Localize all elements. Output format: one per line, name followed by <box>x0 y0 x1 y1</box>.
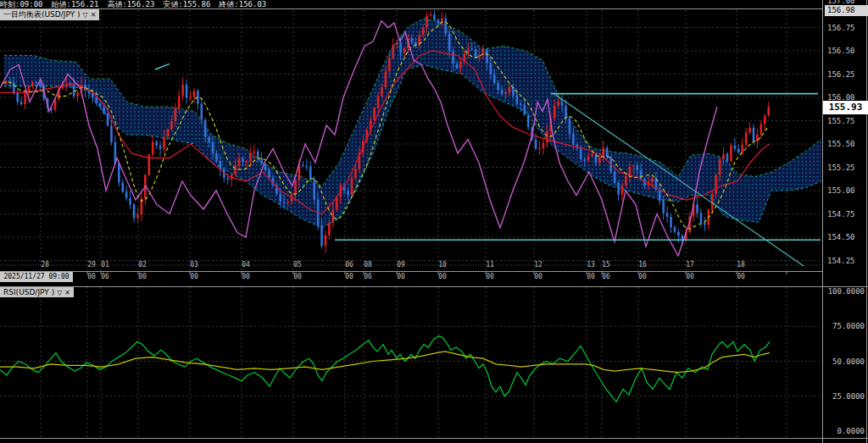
chart-canvas[interactable] <box>0 0 868 443</box>
current-price-marker: 155.93 <box>823 101 868 114</box>
day-axis-label: 03 <box>186 261 203 269</box>
price-tick-label: 154.50 <box>827 233 855 241</box>
info-time: 時刻:09:00 <box>0 0 43 8</box>
rsi-tick-label: 25.0000 <box>826 392 865 401</box>
day-axis-label: 13 <box>582 261 599 269</box>
time-axis-label: 06 <box>359 273 376 280</box>
day-axis-label: 08 <box>359 261 376 269</box>
day-axis-label: 01 <box>97 261 114 269</box>
time-axis-label: 00 <box>134 273 151 280</box>
day-axis-label: 17 <box>682 261 698 269</box>
price-tick-label: 155.75 <box>827 117 855 125</box>
time-axis-label: 00 <box>481 273 498 280</box>
day-axis-label: 06 <box>341 261 358 269</box>
main-chart-plot-area[interactable] <box>0 9 822 271</box>
price-tick-label: 156.75 <box>827 24 855 32</box>
time-axis-label: 00 <box>634 273 651 280</box>
day-axis-label: 10 <box>434 261 451 269</box>
rsi-tick-label: 0.0000 <box>826 427 865 435</box>
rsi-tick-label: 100.0000 <box>826 287 865 296</box>
collapse-icon[interactable]: ▽ <box>57 288 62 298</box>
rsi-tab-label: RSI(USD/JPY ) <box>3 288 54 296</box>
time-axis-label: 00 <box>186 273 203 280</box>
day-axis-label: 15 <box>598 261 615 269</box>
ohlc-info-bar: 時刻:09:00始値:156.21高値:156.23安値:155.86終値:15… <box>0 0 821 8</box>
day-axis-label: 04 <box>237 261 254 269</box>
time-axis-label: 00 <box>582 273 599 280</box>
price-tick-label: 156.50 <box>827 47 855 55</box>
info-high: 高値:156.23 <box>107 0 154 8</box>
trading-app-window: 時刻:09:00始値:156.21高値:156.23安値:155.86終値:15… <box>0 0 868 443</box>
session-high-marker: 156.98 <box>825 5 868 16</box>
price-tick-label: 154.25 <box>827 257 855 265</box>
time-axis-label: 00 <box>341 273 358 280</box>
day-axis-label: 05 <box>289 261 306 269</box>
day-axis-label: 12 <box>530 261 547 269</box>
day-axis-label: 28 <box>36 261 53 269</box>
day-axis-label: 02 <box>134 261 151 269</box>
day-axis-label: 18 <box>732 261 749 269</box>
time-axis-label: 00 <box>237 273 254 280</box>
collapse-icon[interactable]: ▽ <box>83 10 88 20</box>
cursor-date-box: 2025/11/27 09:00 <box>0 272 73 282</box>
info-open: 始値:156.21 <box>52 0 99 8</box>
rsi-plot-area[interactable] <box>0 287 822 438</box>
day-axis-label: 09 <box>392 261 409 269</box>
ichimoku-tab[interactable]: 一目均衡表(USD/JPY )▽✕ <box>0 9 99 20</box>
time-axis-label: 00 <box>530 273 547 280</box>
price-tick-label: 156.25 <box>827 70 855 79</box>
ichimoku-tab-label: 一目均衡表(USD/JPY ) <box>3 10 81 19</box>
day-axis-label: 11 <box>481 261 498 269</box>
price-tick-label: 154.75 <box>827 210 855 219</box>
time-axis-label: 06 <box>598 273 615 280</box>
time-axis-label: 00 <box>392 273 409 280</box>
time-axis-label: 06 <box>97 273 114 280</box>
close-icon[interactable]: ✕ <box>64 288 70 298</box>
rsi-tab[interactable]: RSI(USD/JPY )▽✕ <box>0 287 74 297</box>
price-tick-label: 155.50 <box>827 140 855 148</box>
price-tick-label: 155.00 <box>827 186 855 195</box>
close-icon[interactable]: ✕ <box>91 10 97 20</box>
rsi-tick-label: 75.0000 <box>826 322 865 330</box>
time-axis-label: 00 <box>732 273 749 280</box>
time-axis-label: 00 <box>682 273 698 280</box>
time-axis-label: 00 <box>434 273 451 280</box>
time-axis-label: 00 <box>289 273 306 280</box>
day-axis-label: 16 <box>634 261 651 269</box>
price-tick-label: 155.25 <box>827 163 855 172</box>
rsi-tick-label: 50.0000 <box>826 357 865 366</box>
info-low: 安値:155.86 <box>163 0 210 8</box>
info-close: 終値:156.03 <box>219 0 266 8</box>
